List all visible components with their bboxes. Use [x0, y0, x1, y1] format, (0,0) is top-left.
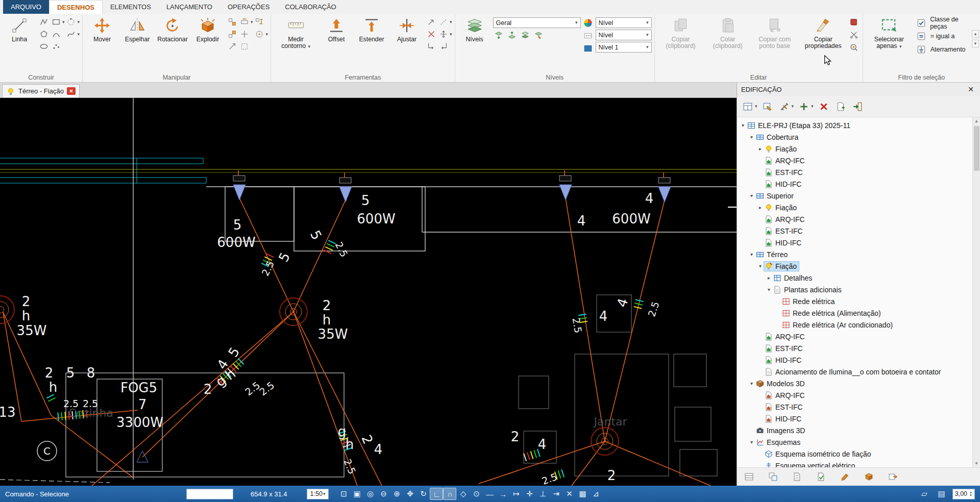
tree-expander-icon[interactable]: ▾ — [756, 263, 764, 269]
stretch-icon[interactable] — [238, 16, 250, 28]
edit-structure-icon[interactable] — [761, 100, 774, 113]
snap-magnet-icon[interactable]: ∩ — [443, 488, 456, 500]
tree-expander-icon[interactable]: ▾ — [748, 193, 755, 198]
tree-expander-icon[interactable]: ▾ — [748, 439, 755, 445]
layer-edit-icon[interactable] — [533, 30, 545, 41]
zoom-window-icon[interactable]: ▣ — [350, 488, 363, 500]
osnap-midpoint-icon[interactable]: ↦ — [509, 488, 523, 500]
list-view-icon[interactable] — [743, 471, 755, 483]
colar-button[interactable]: Colar (clipboard) — [706, 15, 750, 49]
chevron-down-icon[interactable]: ▾ — [62, 20, 65, 24]
ribbon-scroll-down-button[interactable]: ▼ — [972, 40, 979, 47]
osnap-nearest-icon[interactable]: ◇ — [456, 488, 470, 500]
tree-item[interactable]: ▾ELE-PRJ (Etapa 33) 2025-11 — [737, 119, 972, 131]
niveis-button[interactable]: Níveis — [458, 15, 492, 43]
tree-item[interactable]: HID-IFC — [737, 237, 972, 248]
osnap-endpoint-icon[interactable]: → — [496, 488, 509, 500]
medir-contorno-button[interactable]: Medir contorno ▾ — [274, 15, 318, 49]
polyline-icon[interactable] — [38, 16, 50, 28]
layer-stack-icon[interactable] — [520, 30, 531, 41]
spline-icon[interactable] — [65, 29, 77, 40]
chevron-down-icon[interactable]: ▾ — [251, 20, 253, 24]
osnap-intersection-icon[interactable]: ✛ — [523, 488, 536, 500]
match-properties-icon[interactable] — [848, 42, 860, 53]
tree-item[interactable]: EST-IFC — [737, 225, 972, 237]
estender-button[interactable]: Estender — [355, 15, 388, 43]
capture-icon[interactable]: ⊡ — [337, 488, 350, 500]
offset-button[interactable]: Offset — [320, 15, 353, 43]
igual-a-toggle[interactable]: = igual a — [914, 30, 977, 43]
tree-item[interactable]: ▾Esquemas — [737, 436, 972, 448]
delete-style-icon[interactable] — [848, 16, 860, 28]
ellipse-icon[interactable] — [38, 41, 50, 52]
scale-select[interactable]: 1:50▾ — [307, 489, 329, 499]
linha-button[interactable]: Linha — [3, 15, 36, 43]
explodir-button[interactable]: Explodir — [191, 15, 225, 43]
tree-item[interactable]: Esquema vertical elétrico — [737, 460, 972, 467]
tree-item[interactable]: Imagens 3D — [737, 424, 972, 436]
tree-item[interactable]: HID-IFC — [737, 413, 972, 424]
copiar-button[interactable]: Copiar (clipboard) — [657, 15, 704, 49]
chevron-down-icon[interactable]: ▾ — [266, 32, 268, 37]
tree-expander-icon[interactable]: ▸ — [756, 205, 764, 210]
delete-item-icon[interactable] — [817, 100, 830, 113]
drawing-canvas[interactable]: 5600W5600W44600W2h35W2h35WFOG573300W258h… — [0, 98, 737, 486]
tree-expander-icon[interactable]: ▾ — [739, 122, 747, 128]
osnap-clear-icon[interactable]: ✕ — [562, 488, 576, 500]
grid-icon[interactable]: ▦ — [576, 488, 589, 500]
swap-icon[interactable] — [226, 29, 238, 40]
chevron-down-icon[interactable]: ▾ — [899, 44, 902, 49]
align-icon[interactable] — [254, 16, 265, 28]
scroll-thumb[interactable] — [974, 126, 979, 171]
chevron-down-icon[interactable]: ▾ — [811, 104, 814, 109]
ribbon-scroll-up-button[interactable]: ▲ — [972, 30, 979, 38]
close-tab-button[interactable]: ✕ — [67, 87, 76, 95]
nivel-b-select[interactable]: Nível▾ — [596, 30, 652, 40]
rectangle-icon[interactable] — [50, 16, 62, 28]
scroll-up-icon[interactable]: ▲ — [973, 117, 980, 125]
tree-expander-icon[interactable]: ▾ — [748, 252, 755, 257]
zoom-previous-icon[interactable]: ◎ — [363, 488, 377, 500]
tree-scrollbar[interactable]: ▲ ▼ — [972, 117, 980, 467]
tree-item[interactable]: EST-IFC — [737, 342, 972, 354]
arc-icon[interactable] — [50, 29, 62, 40]
regen-icon[interactable]: ↻ — [416, 488, 430, 500]
nivel-c-select[interactable]: Nível 1▾ — [596, 42, 652, 53]
sheet-icon[interactable]: ▤ — [935, 488, 948, 500]
tree-item[interactable]: HID-IFC — [737, 354, 972, 366]
spinner-arrows-icon[interactable]: ▲▼ — [969, 491, 972, 497]
tree-item[interactable]: ▾Cobertura — [737, 131, 972, 143]
paint-icon[interactable] — [839, 471, 851, 483]
check-document-icon[interactable] — [815, 471, 827, 483]
osnap-extension-icon[interactable]: ⇥ — [549, 488, 562, 500]
array-copy-icon[interactable] — [226, 16, 238, 28]
copy-structure-icon[interactable] — [834, 100, 847, 113]
tree-item[interactable]: ▸Fiação — [737, 202, 972, 213]
scale-icon[interactable] — [226, 41, 238, 52]
tree-item[interactable]: ARQ-IFC — [737, 155, 972, 166]
report-icon[interactable] — [791, 471, 803, 483]
document-tab[interactable]: Térreo - Fiação ✕ — [2, 84, 80, 97]
layer-down-icon[interactable] — [493, 30, 505, 41]
aterramento-toggle[interactable]: Aterramento — [914, 43, 977, 56]
tree-item[interactable]: ▾Superior — [737, 190, 972, 202]
tree-item[interactable]: EST-IFC — [737, 401, 972, 413]
linetype-icon[interactable] — [582, 30, 594, 41]
menu-tab-lancamento[interactable]: LANÇAMENTO — [159, 0, 220, 14]
export-icon[interactable] — [887, 471, 899, 483]
chevron-down-icon[interactable]: ▾ — [450, 32, 452, 37]
tree-item[interactable]: ARQ-IFC — [737, 213, 972, 225]
corner-arrow2-icon[interactable] — [437, 41, 449, 52]
points-icon[interactable] — [50, 41, 62, 52]
tree-item[interactable]: ▾Térreo — [737, 248, 972, 260]
import-icon[interactable] — [851, 100, 864, 113]
nivel-a-select[interactable]: Nível▾ — [596, 17, 652, 28]
axis-icon[interactable] — [238, 29, 250, 40]
center-icon[interactable] — [254, 29, 265, 40]
tree-item[interactable]: ARQ-IFC — [737, 389, 972, 401]
tree-item[interactable]: Esquema isométrico de fiação — [737, 448, 972, 460]
osnap-perpendicular-icon[interactable]: ⊥ — [536, 488, 549, 500]
selecionar-apenas-button[interactable]: Selecionar apenas ▾ — [866, 15, 913, 49]
tree-item[interactable]: Rede elétrica — [737, 295, 972, 307]
tree-item[interactable]: EST-IFC — [737, 166, 972, 178]
